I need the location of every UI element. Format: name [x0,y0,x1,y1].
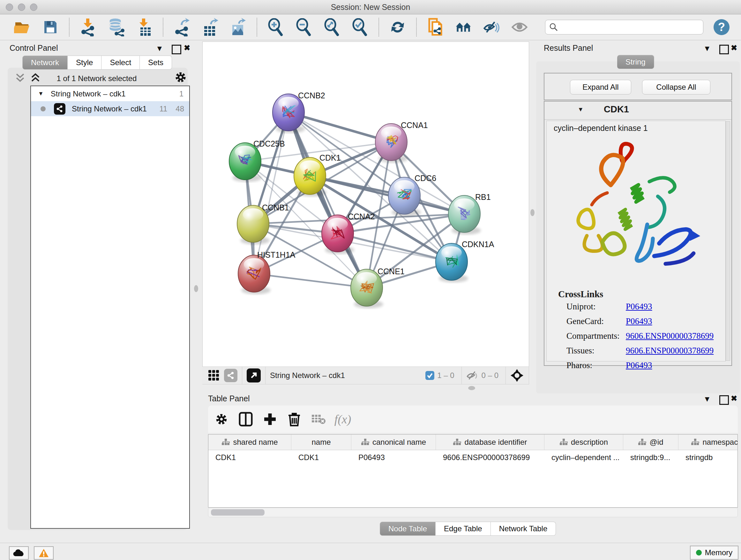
memory-button[interactable]: Memory [690,546,738,560]
hidden-eye-slash-icon[interactable] [466,370,479,381]
column-header-label: database identifier [464,438,527,447]
table-panel-title: Table Panel [208,394,250,403]
toolbar-separator [69,18,70,37]
cloud-status-button[interactable] [9,546,29,560]
import-table-button[interactable] [136,18,152,36]
tab-network[interactable]: Network [22,56,68,70]
save-session-button[interactable] [42,18,59,36]
network-row-selected[interactable]: String Network – cdk1 11 48 [31,101,189,116]
table-panel-collapse-button[interactable]: ▼ [703,395,711,403]
zoom-out-button[interactable] [295,18,312,36]
table-gear-button[interactable] [212,410,230,429]
results-panel-float-button[interactable] [719,45,729,54]
node-label-HIST1H1A: HIST1H1A [257,250,295,259]
show-hidden-button[interactable] [511,18,528,36]
crosslink-link[interactable]: 9606.ENSP00000378699 [626,346,714,356]
right-splitter-handle[interactable] [530,209,535,216]
control-panel-close-button[interactable]: ✖ [184,44,190,52]
column-header-@id[interactable]: @id [623,435,678,450]
control-panel-float-button[interactable] [172,45,181,54]
crosslink-row: GeneCard:P06493 [547,316,725,331]
export-image-button[interactable] [230,18,246,36]
delete-column-button[interactable] [285,410,303,429]
export-table-button[interactable] [202,18,218,36]
crosslink-link[interactable]: P06493 [626,361,652,370]
table-cell[interactable]: stringdb [678,450,738,465]
detach-view-button[interactable] [247,368,261,382]
birds-eye-view-button[interactable] [208,370,219,381]
control-panel-collapse-button[interactable]: ▼ [156,44,163,53]
crosslink-link[interactable]: P06493 [626,302,652,312]
tab-style[interactable]: Style [68,56,102,70]
tab-node-table[interactable]: Node Table [380,522,435,536]
add-column-button[interactable] [261,410,279,429]
clone-network-button[interactable] [427,18,444,36]
tree-expander-icon[interactable]: ▼ [38,90,44,97]
network-node-CDKN1A[interactable] [435,243,468,280]
tab-edge-table[interactable]: Edge Table [435,522,491,536]
results-scrollbar[interactable] [726,121,730,361]
network-overview-button[interactable] [224,369,238,382]
function-builder-button[interactable]: f(x) [334,410,352,429]
table-cell[interactable]: P06493 [351,450,436,465]
zoom-in-button[interactable] [267,18,284,36]
import-network-file-button[interactable] [80,18,96,36]
results-panel-close-button[interactable]: ✖ [731,44,737,52]
crosslink-link[interactable]: P06493 [626,316,652,326]
import-network-database-button[interactable] [108,18,125,36]
refresh-view-button[interactable] [389,18,406,36]
help-button[interactable]: ? [714,19,730,35]
table-cell[interactable]: cyclin–dependent ... [544,450,623,465]
results-panel-collapse-button[interactable]: ▼ [703,44,711,53]
gene-header-row[interactable]: ▼ CDK1 [544,102,731,120]
open-session-button[interactable] [14,18,30,36]
tab-network-table[interactable]: Network Table [491,522,556,536]
column-header-database-identifier[interactable]: database identifier [436,435,544,450]
column-header-name[interactable]: name [291,435,351,450]
column-header-namespace[interactable]: namespace [678,435,738,450]
network-node-CDK1[interactable] [294,158,326,194]
table-cell[interactable]: CDK1 [291,450,351,465]
column-header-canonical-name[interactable]: canonical name [351,435,436,450]
column-header-description[interactable]: description [544,435,623,450]
eye-icon [511,20,528,34]
search-icon [549,23,558,32]
tab-string[interactable]: String [617,55,654,69]
network-home-button[interactable] [455,18,472,36]
network-node-CDC6[interactable] [388,177,420,214]
table-panel-close-button[interactable]: ✖ [731,394,737,403]
table-cell[interactable]: 9606.ENSP00000378699 [436,450,544,465]
table-panel-float-button[interactable] [719,395,729,405]
bottom-splitter-handle[interactable] [468,386,475,390]
export-network-button[interactable] [174,18,190,36]
crosslink-link[interactable]: 9606.ENSP00000378699 [626,331,714,341]
collapse-all-button[interactable]: Collapse All [642,80,711,95]
gene-collapse-icon[interactable]: ▼ [578,106,584,113]
crosslink-label: Tissues: [566,346,595,356]
left-splitter-handle[interactable] [194,285,198,292]
hscrollbar-thumb[interactable] [211,509,265,516]
hide-selected-button[interactable] [483,18,500,36]
network-node-CDC25B[interactable] [229,143,261,180]
table-row[interactable]: CDK1CDK1P064939606.ENSP00000378699cyclin… [208,450,738,465]
search-input[interactable] [561,22,703,32]
column-header-shared-name[interactable]: shared name [208,435,291,450]
tab-select[interactable]: Select [102,56,140,70]
table-cell[interactable]: stringdb:9... [623,450,678,465]
select-columns-button[interactable] [237,410,255,429]
warnings-button[interactable] [34,546,54,560]
network-collection-row[interactable]: ▼ String Network – cdk1 1 [31,86,189,101]
expand-all-button[interactable]: Expand All [570,80,631,95]
tab-sets[interactable]: Sets [140,56,172,70]
gene-result-box: ▼ CDK1 cyclin–dependent kinase 1 [544,101,732,366]
zoom-fit-button[interactable] [324,18,340,36]
crosshair-icon[interactable] [510,369,524,382]
network-node-HIST1H1A[interactable] [238,255,270,292]
network-panel-gear-button[interactable] [174,71,187,84]
table-hscrollbar[interactable] [208,508,738,517]
table-cell[interactable]: CDK1 [208,450,291,465]
zoom-selected-button[interactable] [352,18,368,36]
selected-checkbox-icon[interactable] [425,371,434,380]
delete-table-button[interactable] [310,410,327,429]
network-canvas[interactable]: CCNB2CCNA1CDC25BCDK1CDC6RB1CCNB1CCNA2CDK… [202,42,529,367]
